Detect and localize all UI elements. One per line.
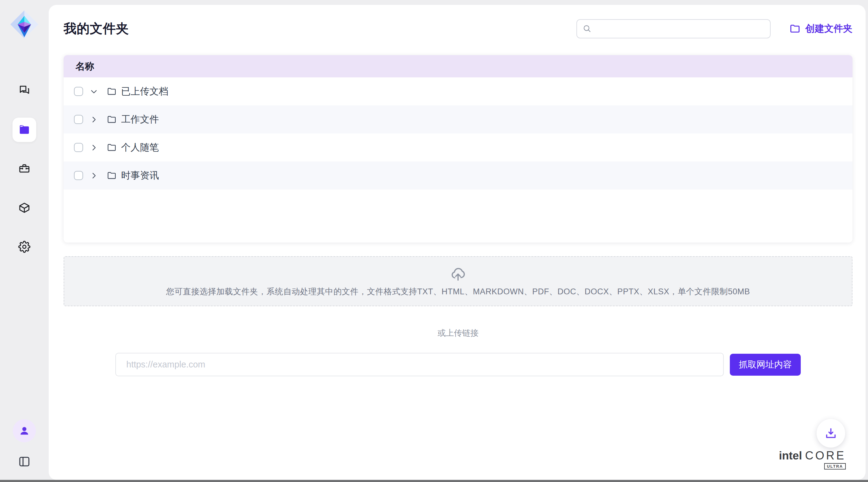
table-body: 已上传文档 工作文件 个人随笔 (64, 77, 852, 190)
download-icon (824, 427, 838, 440)
folder-icon (107, 87, 117, 96)
intel-core-ultra-logo: intel CORE ULTRA (779, 449, 846, 462)
url-input[interactable] (115, 353, 724, 376)
folder-plus-icon (789, 23, 800, 34)
toolbox-icon (18, 163, 30, 175)
url-upload-row: 抓取网址内容 (64, 353, 852, 376)
table-row[interactable]: 时事资讯 (64, 162, 852, 190)
ultra-badge: ULTRA (824, 463, 846, 470)
row-checkbox[interactable] (74, 171, 83, 180)
chevron-right-icon[interactable] (90, 115, 98, 124)
folder-name-label: 时事资讯 (121, 169, 159, 182)
search-icon (583, 24, 592, 33)
search-box[interactable] (577, 19, 771, 38)
sidebar-nav (12, 79, 36, 274)
main-panel: 我的文件夹 创建文件夹 名称 (49, 5, 866, 480)
sidebar-item-folders[interactable] (12, 118, 36, 142)
window-bottom-edge (0, 480, 868, 482)
core-wordmark: CORE (805, 449, 846, 462)
upload-hint-text: 您可直接选择加载文件夹，系统自动处理其中的文件，文件格式支持TXT、HTML、M… (166, 286, 750, 297)
chevron-down-icon[interactable] (90, 87, 98, 96)
folder-name-label: 个人随笔 (121, 141, 159, 154)
page-header: 我的文件夹 创建文件夹 (64, 19, 852, 38)
sidebar-item-chat[interactable] (12, 79, 36, 103)
page-title: 我的文件夹 (64, 20, 129, 37)
sidebar-item-toolbox[interactable] (12, 157, 36, 181)
fetch-url-button[interactable]: 抓取网址内容 (730, 354, 801, 376)
table-row[interactable]: 工作文件 (64, 106, 852, 134)
folder-name-label: 已上传文档 (121, 85, 168, 98)
intel-wordmark: intel (779, 449, 802, 462)
download-fab-button[interactable] (816, 419, 845, 448)
row-checkbox[interactable] (74, 143, 83, 152)
chevron-right-icon[interactable] (90, 172, 98, 180)
person-icon (18, 425, 30, 437)
sidebar-item-settings[interactable] (12, 235, 36, 259)
upload-dropzone[interactable]: 您可直接选择加载文件夹，系统自动处理其中的文件，文件格式支持TXT、HTML、M… (64, 256, 852, 306)
table-row[interactable]: 已上传文档 (64, 77, 852, 106)
folder-icon (107, 143, 117, 152)
or-upload-link-label: 或上传链接 (64, 328, 852, 339)
table-row[interactable]: 个人随笔 (64, 134, 852, 162)
sidebar (0, 0, 49, 482)
cloud-upload-icon (449, 265, 467, 283)
row-checkbox[interactable] (74, 115, 83, 124)
user-avatar[interactable] (13, 419, 36, 443)
sidebar-item-models[interactable] (12, 196, 36, 220)
table-header-row: 名称 (64, 55, 852, 77)
create-folder-button[interactable]: 创建文件夹 (789, 22, 852, 35)
row-checkbox[interactable] (74, 87, 83, 96)
search-input[interactable] (595, 20, 765, 38)
column-header-name: 名称 (75, 60, 94, 73)
create-folder-label: 创建文件夹 (805, 22, 852, 35)
folder-icon (107, 115, 117, 124)
chat-icon (18, 85, 30, 97)
chevron-right-icon[interactable] (90, 143, 98, 152)
app-logo-icon (9, 9, 39, 39)
panel-toggle-icon (18, 455, 31, 468)
cube-icon (18, 202, 30, 214)
folder-icon (107, 171, 117, 180)
folder-icon (18, 124, 30, 136)
gear-icon (18, 241, 30, 253)
folder-name-label: 工作文件 (121, 113, 159, 126)
sidebar-collapse-toggle[interactable] (18, 455, 31, 468)
folder-table: 名称 已上传文档 工作文件 (64, 55, 852, 243)
